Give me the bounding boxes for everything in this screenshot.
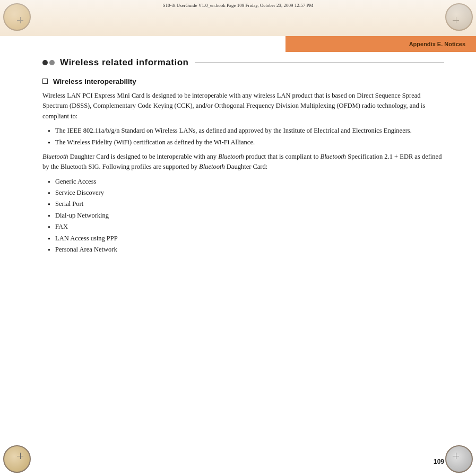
main-content: Wireless related information Wireless in… <box>42 57 444 444</box>
paragraph-1: Wireless LAN PCI Express Mini Card is de… <box>42 91 444 122</box>
crosshair-br <box>453 453 459 459</box>
list-item: Generic Access <box>48 177 444 187</box>
bluetooth-italic-4: Bluetooth <box>199 163 225 170</box>
list-item: The Wireless Fidelity (WiFi) certificati… <box>48 137 444 148</box>
list-item: LAN Access using PPP <box>48 233 444 244</box>
corner-decoration-br <box>445 445 473 473</box>
title-line <box>195 63 444 63</box>
list-item: Service Discovery <box>48 188 444 198</box>
list-item: FAX <box>48 222 444 232</box>
bullet-list-1: The IEEE 802.11a/b/g/n Standard on Wirel… <box>42 126 444 148</box>
section-title: Wireless related information <box>60 57 188 68</box>
list-item: Serial Port <box>48 199 444 209</box>
paragraph-2: Bluetooth Daughter Card is designed to b… <box>42 152 444 172</box>
accent-bar: Appendix E. Notices <box>0 36 476 52</box>
list-item: Personal Area Network <box>48 245 444 255</box>
title-dot-1 <box>42 60 48 65</box>
list-item: The IEEE 802.11a/b/g/n Standard on Wirel… <box>48 126 444 136</box>
bluetooth-italic-2: Bluetooth <box>218 153 244 160</box>
list-item: Dial-up Networking <box>48 211 444 221</box>
subsection-title: Wireless interoperability <box>53 77 136 85</box>
section-title-block: Wireless related information <box>42 57 444 68</box>
title-icon <box>42 60 55 65</box>
page-number: 109 <box>434 458 444 465</box>
corner-decoration-bl <box>3 445 31 473</box>
crosshair-bl <box>17 453 23 459</box>
title-dot-2 <box>49 60 55 65</box>
accent-bar-label: Appendix E. Notices <box>409 41 476 47</box>
bullet-list-2: Generic AccessService DiscoverySerial Po… <box>42 177 444 255</box>
bluetooth-italic-1: Bluetooth <box>42 153 68 160</box>
bluetooth-italic-3: Bluetooth <box>321 153 347 160</box>
subsection-bullet <box>42 79 48 84</box>
header-bar: S10-3t UserGuide V1.0_en.book Page 109 F… <box>0 0 476 11</box>
subsection-heading: Wireless interoperability <box>42 77 444 85</box>
header-meta-text: S10-3t UserGuide V1.0_en.book Page 109 F… <box>162 3 313 8</box>
